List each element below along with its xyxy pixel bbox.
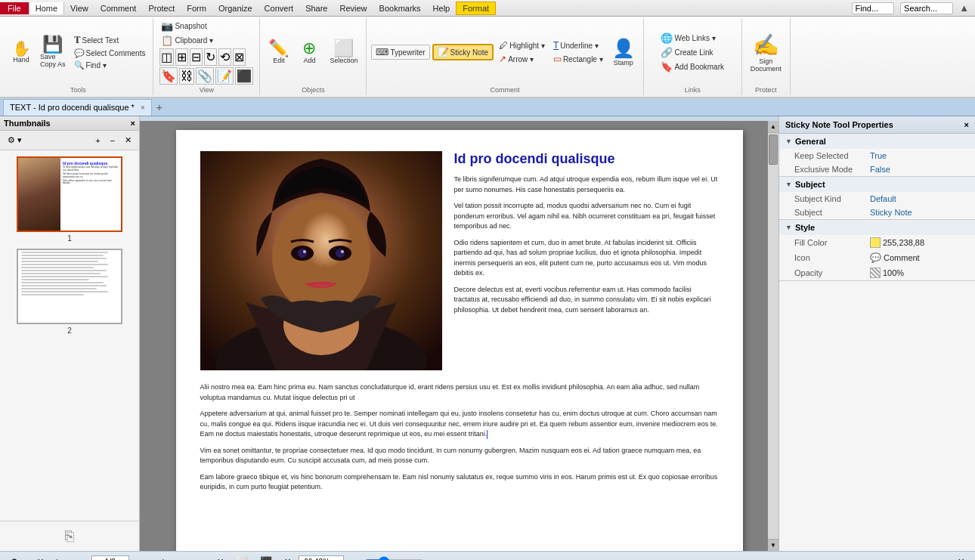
prev-page-button[interactable]: ◄ — [73, 555, 90, 561]
tab-bar: TEXT - Id pro docendi qualisque * × + — [0, 98, 975, 116]
view-icon-9[interactable]: 📎 — [196, 67, 214, 85]
thumb-label-1: 1 — [67, 234, 72, 243]
new-tab-button[interactable]: + — [152, 100, 167, 115]
zoom-slider[interactable] — [364, 556, 425, 561]
scrollbar-down-arrow[interactable]: ▼ — [768, 539, 778, 551]
save-copy-as-button[interactable]: 💾 SaveCopy As — [36, 34, 70, 70]
scrollbar-up-arrow[interactable]: ▲ — [768, 121, 778, 133]
sticky-note-button[interactable]: 📝 Sticky Note — [432, 44, 494, 60]
close-window-icon[interactable]: ▲ — [959, 2, 969, 14]
status-right-options-icon[interactable]: ✕ — [953, 555, 969, 560]
status-options-icon[interactable]: ✕ — [32, 555, 48, 560]
zoom-out-button[interactable]: − — [347, 555, 361, 561]
view-icon-1[interactable]: ◫ — [159, 48, 174, 66]
rectangle-button[interactable]: ▭ Rectangle ▾ — [550, 53, 606, 65]
thumb-zoom-out-button[interactable]: − — [107, 134, 119, 147]
svg-point-3 — [272, 200, 370, 314]
thumbnails-title: Thumbnails — [4, 119, 51, 128]
stamp-button[interactable]: 👤 Stamp — [608, 36, 639, 69]
svg-point-8 — [303, 250, 306, 253]
select-comments-button[interactable]: 💬 Select Comments — [71, 48, 149, 59]
hand-button[interactable]: ✋ Hand — [8, 39, 35, 66]
menu-file[interactable]: File — [0, 2, 29, 14]
stamp-icon: 👤 — [612, 38, 635, 59]
exclusive-mode-value: False — [870, 165, 890, 174]
props-row-exclusive-mode: Exclusive Mode False — [779, 162, 975, 176]
arrow-button[interactable]: ↗ Arrow ▾ — [496, 53, 548, 65]
menu-view[interactable]: View — [64, 2, 94, 14]
next-view-button[interactable]: ► — [192, 555, 209, 561]
page-number-input[interactable] — [91, 555, 129, 561]
search-toolbar-label[interactable]: Search... — [900, 2, 953, 14]
highlight-label: Highlight ▾ — [509, 42, 545, 50]
view-icon-4[interactable]: ↻ — [204, 48, 217, 66]
props-section-general-header[interactable]: ▼ General — [779, 134, 975, 149]
menu-format[interactable]: Format — [456, 2, 496, 15]
add-bookmark-button[interactable]: 🔖 Add Bookmark — [658, 60, 727, 73]
thumb-zoom-in-button[interactable]: + — [91, 134, 104, 147]
menu-home[interactable]: Home — [29, 2, 64, 14]
document-tab[interactable]: TEXT - Id pro docendi qualisque * × — [3, 99, 152, 116]
icon-value[interactable]: 💬 Comment — [870, 252, 920, 263]
status-settings-icon[interactable]: ⚙ ▾ — [6, 555, 29, 560]
view-icon-6[interactable]: ⊠ — [233, 48, 246, 66]
thumb-settings-icon[interactable]: ⚙ ▾ — [4, 133, 26, 147]
menu-form[interactable]: Form — [181, 2, 212, 14]
thumb-options-icon[interactable]: ✕ — [121, 133, 135, 147]
view-icon-2[interactable]: ⊞ — [175, 48, 188, 66]
next-page-button[interactable]: ► — [131, 555, 148, 561]
find-button[interactable]: 🔍 Find ▾ — [71, 60, 149, 71]
view-icon-8[interactable]: ⛓ — [179, 68, 194, 85]
view-icon-3[interactable]: ⊟ — [190, 48, 203, 66]
menu-protect[interactable]: Protect — [142, 2, 181, 14]
view-icon-5[interactable]: ⟲ — [218, 48, 231, 66]
menu-organize[interactable]: Organize — [212, 2, 258, 14]
menu-bookmarks[interactable]: Bookmarks — [373, 2, 427, 14]
subject-collapse-icon: ▼ — [785, 181, 792, 188]
props-panel-close-icon[interactable]: × — [964, 120, 969, 129]
clipboard-button[interactable]: 📋 Clipboard ▾ — [158, 34, 216, 47]
thumbnail-page-2[interactable]: 2 — [17, 249, 122, 335]
menu-review[interactable]: Review — [333, 2, 373, 14]
last-page-button[interactable]: ►| — [150, 555, 169, 561]
zoom-in-button[interactable]: + — [428, 555, 441, 561]
prev-view-button[interactable]: ◄ — [172, 555, 189, 561]
objects-group-label: Objects — [302, 85, 325, 94]
props-section-style-header[interactable]: ▼ Style — [779, 220, 975, 235]
first-page-button[interactable]: |◄ — [51, 555, 71, 561]
typewriter-button[interactable]: ⌨ Typewriter — [371, 45, 429, 60]
find-toolbar-label[interactable]: Find... — [852, 2, 895, 14]
fit-page-icon[interactable]: ⬜ — [231, 554, 252, 560]
zoom-options-icon[interactable]: ✕ — [212, 555, 228, 560]
menu-convert[interactable]: Convert — [258, 2, 300, 14]
zoom-select[interactable]: 66.43% 50% 75% 100% 125% 150% 200% — [299, 555, 344, 561]
add-button[interactable]: ⊕ Add — [296, 38, 323, 67]
fill-color-value[interactable]: 255,238,88 — [870, 237, 924, 248]
zoom-mode-icon[interactable]: ✕ — [280, 555, 296, 560]
selection-button[interactable]: ⬜ Selection — [326, 38, 361, 67]
create-link-button[interactable]: 🔗 Create Link — [658, 46, 727, 59]
view-icon-10[interactable]: 📝 — [215, 67, 234, 85]
doc-scroll[interactable]: Id pro docendi qualisque Te libris signi… — [140, 121, 778, 551]
menu-share[interactable]: Share — [299, 2, 333, 14]
scrollbar-thumb[interactable] — [769, 135, 778, 165]
menu-help[interactable]: Help — [427, 2, 457, 14]
thumbnail-page-1[interactable]: Id pro docendi qualisque Te libris signi… — [17, 156, 122, 243]
thumbnails-close-icon[interactable]: × — [131, 119, 135, 128]
underline-button[interactable]: T Underline ▾ — [550, 39, 606, 51]
props-section-subject-header[interactable]: ▼ Subject — [779, 177, 975, 192]
edit-button[interactable]: ✏️ Edit — [265, 38, 292, 67]
snapshot-button[interactable]: 📷 Snapshot — [158, 20, 209, 32]
web-links-button[interactable]: 🌐 Web Links ▾ — [658, 32, 727, 45]
view-icon-7[interactable]: 🔖 — [159, 67, 178, 85]
doc-tab-close-icon[interactable]: × — [141, 104, 145, 112]
copy-icon[interactable]: ⎘ — [65, 528, 74, 545]
highlight-button[interactable]: 🖊 Highlight ▾ — [496, 39, 548, 51]
view-icon-11[interactable]: ⬛ — [235, 67, 253, 85]
sign-document-button[interactable]: ✍ SignDocument — [747, 30, 785, 75]
menu-comment[interactable]: Comment — [94, 2, 143, 14]
fit-width-icon[interactable]: ⬛ — [255, 554, 277, 560]
doc-tab-title: TEXT - Id pro docendi qualisque * — [10, 103, 135, 112]
select-text-button[interactable]: 𝐓 Select Text — [71, 33, 149, 47]
save-copy-as-label: SaveCopy As — [40, 53, 66, 68]
